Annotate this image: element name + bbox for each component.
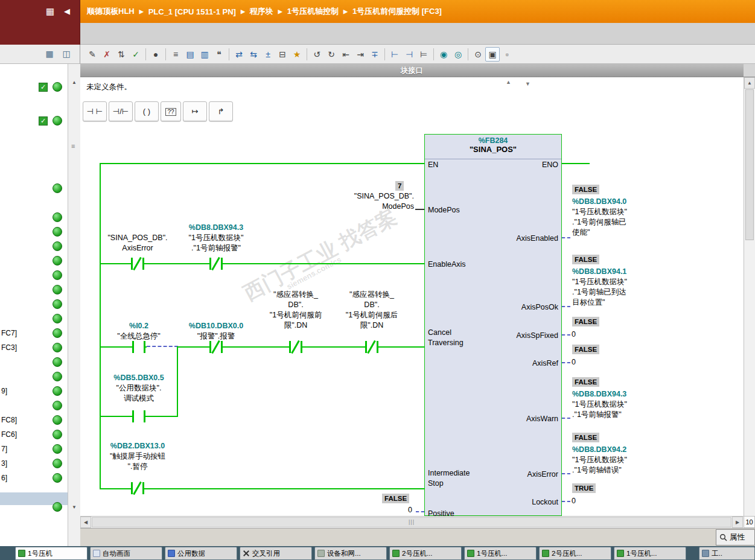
expand-interface-icon[interactable]: ▲ (506, 79, 511, 85)
nc-contact-rear-limit[interactable] (363, 340, 381, 354)
empty-box-button[interactable]: ?? (161, 101, 181, 122)
tab-common-data[interactable]: 公用数据 (165, 547, 237, 560)
tab-tools[interactable]: 工.. (699, 547, 755, 560)
breadcrumb-block-fc3[interactable]: 1号压机前伺服控制 [FC3] (352, 6, 442, 17)
block-properties-icon[interactable]: ▫ (500, 47, 514, 62)
breadcrumb-group[interactable]: 1号压机轴控制 (287, 6, 339, 17)
monitoring-off-icon[interactable]: ◎ (451, 47, 465, 62)
block-list-item[interactable]: 6] (1, 474, 7, 482)
operand-label[interactable]: "全线总急停" (106, 331, 172, 342)
block-interface-bar[interactable]: 块接口 (80, 64, 744, 77)
block-list-item[interactable]: 3] (1, 459, 7, 468)
refresh-block-calls-icon[interactable]: ⇆ (246, 47, 261, 62)
sina-pos-function-block[interactable]: %FB284 "SINA_POS" EN ENO ModePos EnableA… (424, 134, 562, 516)
network-checkbox[interactable]: ✓ (39, 83, 48, 92)
operand-address[interactable]: %DB8.DBX94.1 (572, 267, 626, 277)
scrollbar-thumb[interactable] (745, 89, 754, 240)
operand-address[interactable]: %DB8.DBX94.2 (572, 445, 626, 455)
expand-all-networks-icon[interactable]: ▤ (183, 47, 197, 62)
scroll-up-icon[interactable]: ▲ (72, 80, 77, 85)
declare-tag-icon[interactable]: ✎ (85, 47, 100, 62)
favorites-icon[interactable]: ★ (290, 47, 304, 62)
no-contact-estop[interactable] (130, 340, 148, 354)
operand-address[interactable]: %DB10.DBX0.0 (179, 321, 253, 331)
nc-contact-pause[interactable] (129, 482, 147, 495)
no-contact-button[interactable]: ⊣ ⊢ (83, 101, 107, 122)
collapse-all-networks-icon[interactable]: ▥ (197, 47, 212, 62)
collapse-tree-icon[interactable]: ◀ (64, 7, 70, 16)
previous-jump-icon[interactable]: ⇤ (339, 47, 353, 62)
breadcrumb-plc[interactable]: PLC_1 [CPU 1511-1 PN] (148, 7, 236, 16)
tab-press1-servo[interactable]: 1号压机... (614, 547, 686, 560)
operand-label[interactable]: "感应器转换_ DB". "1号机前伺服前 限".DN (258, 290, 333, 331)
sort-network-icon[interactable]: ⇅ (114, 47, 129, 62)
breadcrumb-project[interactable]: 顺德顶板HLH (87, 6, 135, 17)
operand-label[interactable]: "SINA_POS_DB". AxisError (98, 233, 177, 253)
search-icon[interactable]: ⊙ (471, 47, 485, 62)
nc-contact-axiserror[interactable] (129, 257, 147, 270)
zoom-level[interactable]: 10 (744, 516, 755, 528)
grid-view-icon[interactable]: ▦ (46, 6, 54, 17)
insert-block-call-icon[interactable]: ⇄ (232, 47, 246, 62)
no-contact-debug-mode[interactable] (130, 410, 148, 423)
absolute-symbolic-toggle-icon[interactable]: ⊟ (275, 47, 290, 62)
operand-label[interactable]: "感应器转换_ DB". "1号机前伺服后 限".DN (334, 290, 409, 331)
operand-label[interactable]: "1号压机数据块" ."1号前轴错误" (572, 455, 663, 476)
breadcrumb-program-blocks[interactable]: 程序块 (250, 6, 273, 17)
tab-press1[interactable]: 1号压机 (15, 547, 88, 560)
tab-devices-networks[interactable]: 设备和网... (314, 547, 387, 560)
update-inconsistent-calls-icon[interactable]: ± (261, 47, 275, 62)
operand-address[interactable]: %DB2.DBX13.0 (98, 441, 177, 451)
operand-constant[interactable]: 0 (572, 358, 576, 366)
compare-right-icon[interactable]: ⊣ (402, 47, 416, 62)
compare-left-icon[interactable]: ⊢ (387, 47, 402, 62)
split-editor-icon[interactable]: ◫ (59, 46, 74, 61)
nc-contact-front-limit[interactable] (287, 340, 305, 354)
scrollbar-grip-icon[interactable]: ≡ (71, 142, 75, 150)
overview-icon[interactable]: ▦ (42, 46, 57, 61)
network-checkbox[interactable]: ✓ (39, 116, 48, 126)
tab-auto-screen[interactable]: 自动画面 (90, 547, 162, 560)
snapshot-icon[interactable]: ▣ (485, 47, 500, 62)
block-list-item[interactable]: FC7] (1, 329, 17, 337)
properties-button[interactable]: 属性 (716, 529, 755, 546)
monitoring-on-icon[interactable]: ◉ (436, 47, 451, 62)
operand-address[interactable]: %I0.2 (106, 321, 172, 331)
scroll-left-icon[interactable]: ◀ (80, 517, 91, 528)
operand-label[interactable]: "报警".报警 (179, 331, 253, 342)
operand-label[interactable]: "公用数据块". 调试模式 (101, 383, 176, 404)
tab-press2-axis[interactable]: 2号压机... (539, 547, 611, 560)
next-jump-icon[interactable]: ⇥ (353, 47, 368, 62)
block-list-item[interactable]: 7] (1, 445, 7, 453)
delete-tag-icon[interactable]: ✗ (100, 47, 114, 62)
operand-label[interactable]: "1号压机数据块" ."1号前轴报警" (572, 399, 663, 420)
coil-button[interactable]: ( ) (135, 101, 159, 122)
scrollbar-thumb[interactable]: ||| (92, 517, 731, 527)
block-list-item-selected[interactable]: FC6] (1, 430, 17, 439)
operand-address[interactable]: %DB5.DBX0.5 (101, 373, 176, 383)
operand-address[interactable]: %DB8.DBX94.3 (572, 389, 626, 399)
compare-equal-icon[interactable]: ⊨ (416, 47, 431, 62)
expand-collapse-toggle-icon[interactable]: ∓ (368, 47, 382, 62)
tab-press2[interactable]: 2号压机... (389, 547, 462, 560)
network-overview-icon[interactable]: ≡ (168, 47, 183, 62)
nc-contact-button[interactable]: ⊣/⊢ (109, 101, 133, 122)
operand-constant[interactable]: 0 (408, 506, 412, 514)
nc-contact-alarm[interactable] (207, 340, 225, 354)
redo-navigation-icon[interactable]: ↻ (324, 47, 339, 62)
check-consistency-icon[interactable]: ✓ (129, 47, 143, 62)
close-branch-button[interactable]: ↱ (209, 101, 233, 122)
collapse-interface-icon[interactable]: ▼ (525, 81, 530, 87)
scroll-down-icon[interactable]: ▼ (72, 504, 77, 510)
operand-label[interactable]: "1号压机数据块" ."1号前伺服轴已 使能" (572, 207, 663, 238)
open-branch-button[interactable]: ↦ (183, 101, 207, 122)
operand-label[interactable]: "SINA_POS_DB". ModePos (330, 191, 414, 212)
undo-navigation-icon[interactable]: ↺ (310, 47, 324, 62)
operand-constant[interactable]: 0 (572, 330, 576, 339)
block-list-item[interactable]: 9] (1, 387, 7, 395)
operand-address[interactable]: %DB8.DBX94.0 (572, 197, 626, 207)
operand-label[interactable]: "触摸屏手动按钮 ".暂停 (98, 451, 177, 472)
tab-press1-axis[interactable]: 1号压机... (464, 547, 537, 560)
nc-contact-front-axis-alarm[interactable] (207, 257, 225, 270)
network-comments-icon[interactable]: ❝ (212, 47, 226, 62)
